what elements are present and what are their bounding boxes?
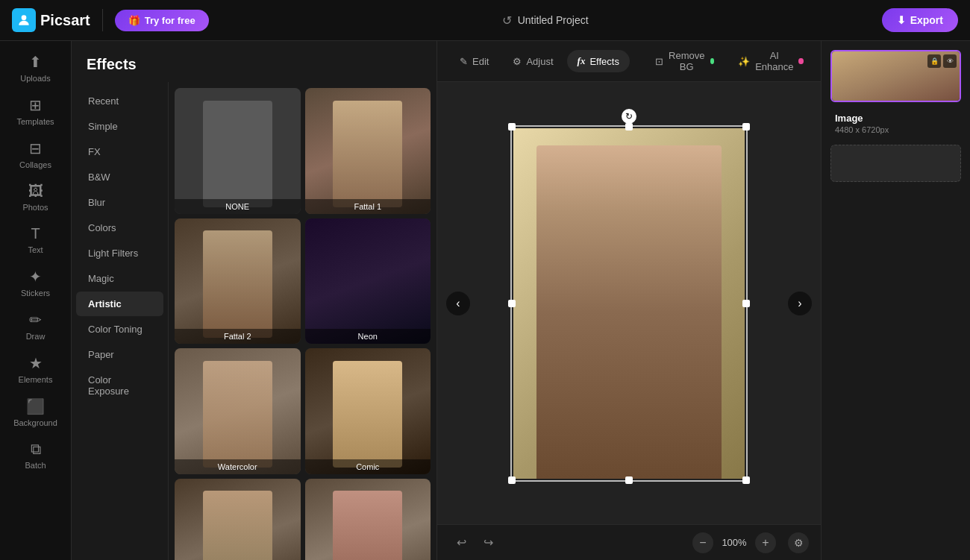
effect-fattal2[interactable]: Fattal 2 bbox=[175, 218, 301, 345]
effect-polygon-thumb bbox=[175, 479, 301, 561]
zoom-controls: − 100% + ⚙ bbox=[692, 532, 809, 553]
effect-none[interactable]: NONE bbox=[175, 88, 301, 214]
effects-label: Effects bbox=[589, 56, 619, 67]
canvas-image-wrapper[interactable]: ↻ bbox=[513, 128, 745, 479]
zoom-in-button[interactable]: + bbox=[755, 532, 776, 553]
effect-fattal2-thumb bbox=[175, 218, 301, 345]
effect-comic[interactable]: Comic bbox=[305, 348, 431, 474]
effect-comic-thumb bbox=[305, 348, 431, 474]
adjust-button[interactable]: ⚙ Adjust bbox=[502, 51, 563, 72]
chevron-left-icon: ‹ bbox=[456, 297, 460, 310]
zoom-level: 100% bbox=[719, 537, 749, 548]
category-fx[interactable]: FX bbox=[76, 139, 163, 164]
sidebar-item-stickers[interactable]: ✦ Stickers bbox=[6, 262, 66, 303]
category-paper[interactable]: Paper bbox=[76, 342, 163, 367]
topbar: Picsart 🎁 Try for free ↺ Untitled Projec… bbox=[0, 0, 970, 41]
bottom-bar: ↩ ↪ − 100% + ⚙ bbox=[437, 524, 821, 560]
effect-fattal1[interactable]: Fattal 1 bbox=[305, 88, 431, 214]
sidebar-item-photos[interactable]: 🖼 Photos bbox=[6, 177, 66, 218]
effects-button[interactable]: fx Effects bbox=[567, 50, 630, 72]
ai-enhance-label: AI Enhance bbox=[754, 50, 794, 72]
canvas-nav-left[interactable]: ‹ bbox=[446, 292, 470, 315]
sidebar-item-draw[interactable]: ✏ Draw bbox=[6, 305, 66, 347]
portrait-fattal2 bbox=[203, 230, 272, 337]
right-panel: 🔒 👁 Image 4480 x 6720px bbox=[821, 41, 970, 560]
effect-comic-label: Comic bbox=[305, 459, 431, 474]
sidebar-item-background[interactable]: ⬛ Background bbox=[6, 391, 66, 433]
redo-icon: ↪ bbox=[484, 535, 493, 550]
redo-button[interactable]: ↪ bbox=[476, 531, 500, 555]
topbar-right: ⬇ Export bbox=[882, 8, 958, 32]
download-icon: ⬇ bbox=[897, 14, 906, 26]
sidebar-label-uploads: Uploads bbox=[20, 74, 50, 83]
sidebar-item-elements[interactable]: ★ Elements bbox=[6, 348, 66, 390]
effect-neon-thumb bbox=[305, 218, 431, 345]
toolbar: ✎ Edit ⚙ Adjust fx Effects ⊡ Remove BG ✨… bbox=[437, 41, 821, 82]
layer-lock-button[interactable]: 🔒 bbox=[927, 54, 941, 68]
elements-icon: ★ bbox=[29, 354, 43, 372]
category-blur[interactable]: Blur bbox=[76, 190, 163, 215]
batch-icon: ⧉ bbox=[31, 441, 41, 458]
category-light-filters[interactable]: Light Filters bbox=[76, 241, 163, 265]
svg-point-0 bbox=[22, 15, 27, 20]
layer-visibility-button[interactable]: 👁 bbox=[943, 54, 957, 68]
portrait-neon bbox=[333, 230, 402, 337]
category-artistic[interactable]: Artistic bbox=[76, 292, 163, 316]
canvas-settings-button[interactable]: ⚙ bbox=[788, 532, 809, 553]
zoom-out-button[interactable]: − bbox=[692, 532, 713, 553]
category-color-toning[interactable]: Color Toning bbox=[76, 317, 163, 342]
zoom-out-icon: − bbox=[699, 536, 706, 550]
effect-poster[interactable]: Poster bbox=[305, 479, 431, 561]
edit-icon: ✎ bbox=[460, 56, 468, 67]
project-name[interactable]: Untitled Project bbox=[518, 14, 589, 26]
canvas-image bbox=[513, 128, 745, 479]
sidebar-item-collages[interactable]: ⊟ Collages bbox=[6, 133, 66, 175]
export-button[interactable]: ⬇ Export bbox=[882, 8, 958, 32]
category-colors[interactable]: Colors bbox=[76, 215, 163, 240]
ai-enhance-button[interactable]: ✨ AI Enhance bbox=[728, 45, 813, 78]
edit-button[interactable]: ✎ Edit bbox=[449, 51, 499, 72]
effects-title: Effects bbox=[72, 41, 436, 82]
category-simple[interactable]: Simple bbox=[76, 114, 163, 139]
refresh-icon[interactable]: ↺ bbox=[502, 13, 512, 28]
left-sidebar: ⬆ Uploads ⊞ Templates ⊟ Collages 🖼 Photo… bbox=[0, 41, 72, 560]
ai-enhance-icon: ✨ bbox=[738, 56, 750, 67]
sidebar-label-photos: Photos bbox=[22, 203, 48, 212]
topbar-center: ↺ Untitled Project bbox=[502, 13, 589, 28]
sidebar-item-text[interactable]: T Text bbox=[6, 219, 66, 260]
try-free-label: Try for free bbox=[145, 15, 195, 26]
try-free-icon: 🎁 bbox=[128, 15, 140, 26]
sidebar-item-templates[interactable]: ⊞ Templates bbox=[6, 90, 66, 132]
layer-info: Image 4480 x 6720px bbox=[830, 110, 961, 137]
sidebar-label-text: Text bbox=[28, 245, 43, 254]
layer-thumbnail[interactable]: 🔒 👁 bbox=[830, 50, 961, 102]
main-area: ⬆ Uploads ⊞ Templates ⊟ Collages 🖼 Photo… bbox=[0, 41, 970, 560]
logo-icon bbox=[12, 8, 36, 32]
canvas-workspace[interactable]: ‹ ↻ › bbox=[437, 82, 821, 524]
photos-icon: 🖼 bbox=[28, 183, 43, 200]
effect-polygon[interactable]: Polygon bbox=[175, 479, 301, 561]
effect-watercolor[interactable]: Watercolor bbox=[175, 348, 301, 474]
effect-watercolor-thumb bbox=[175, 348, 301, 474]
sidebar-item-uploads[interactable]: ⬆ Uploads bbox=[6, 47, 66, 89]
rotate-handle[interactable]: ↻ bbox=[622, 109, 636, 124]
sidebar-item-batch[interactable]: ⧉ Batch bbox=[6, 435, 66, 476]
canvas-nav-right[interactable]: › bbox=[788, 292, 812, 315]
logo-divider bbox=[102, 9, 103, 31]
category-color-exposure[interactable]: Color Exposure bbox=[76, 368, 163, 403]
category-recent[interactable]: Recent bbox=[76, 89, 163, 113]
remove-bg-button[interactable]: ⊡ Remove BG bbox=[645, 45, 725, 78]
zoom-in-icon: + bbox=[762, 536, 769, 550]
undo-button[interactable]: ↩ bbox=[449, 531, 473, 555]
category-bw[interactable]: B&W bbox=[76, 165, 163, 189]
category-magic[interactable]: Magic bbox=[76, 266, 163, 291]
effect-neon[interactable]: Neon bbox=[305, 218, 431, 345]
portrait-none bbox=[203, 101, 272, 207]
stickers-icon: ✦ bbox=[29, 268, 42, 286]
effect-watercolor-label: Watercolor bbox=[175, 459, 301, 474]
effect-fattal2-label: Fattal 2 bbox=[175, 329, 301, 344]
remove-bg-label: Remove BG bbox=[668, 50, 706, 72]
sidebar-label-batch: Batch bbox=[25, 461, 46, 470]
try-free-button[interactable]: 🎁 Try for free bbox=[115, 10, 209, 31]
canvas-portrait bbox=[536, 145, 722, 479]
